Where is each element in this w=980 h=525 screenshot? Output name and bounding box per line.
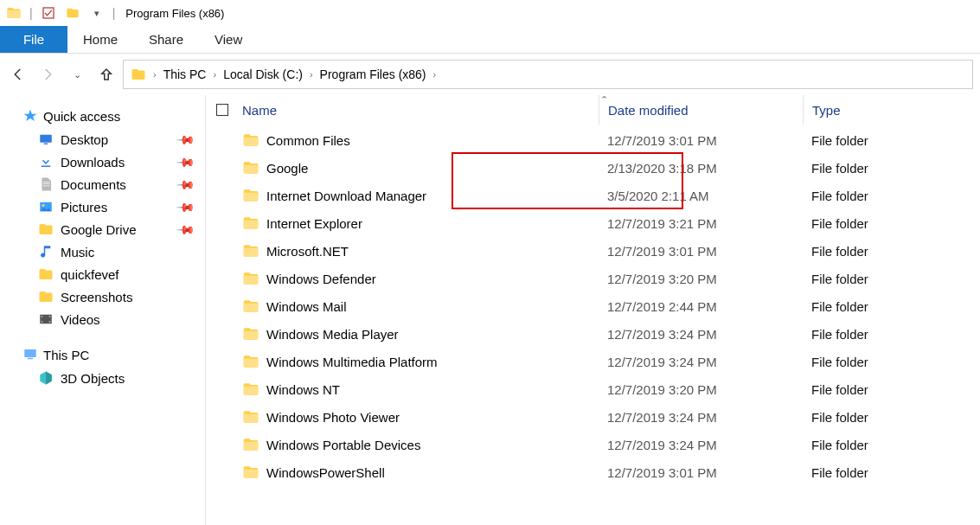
svg-rect-6 — [42, 316, 43, 317]
checkbox-icon[interactable] — [40, 4, 57, 22]
sidebar-item-screenshots[interactable]: Screenshots — [0, 285, 205, 308]
videos-icon — [38, 311, 54, 327]
pin-icon: 📌 — [176, 151, 195, 171]
folder-icon — [242, 187, 259, 204]
column-header-name[interactable]: Name — [242, 103, 599, 118]
sidebar-item-quickfevef[interactable]: quickfevef — [0, 263, 205, 285]
folder-icon — [242, 325, 259, 343]
nav-back-icon[interactable] — [10, 67, 26, 82]
table-row[interactable]: Windows Defender12/7/2019 3:20 PMFile fo… — [206, 265, 980, 292]
table-row[interactable]: Windows Photo Viewer12/7/2019 3:24 PMFil… — [206, 403, 980, 431]
file-name: Internet Download Manager — [266, 189, 426, 203]
column-header-type[interactable]: Type — [803, 95, 980, 125]
folder-icon — [242, 464, 259, 481]
file-type: File folder — [803, 438, 980, 452]
sidebar-this-pc[interactable]: This PC — [0, 343, 205, 367]
svg-rect-1 — [40, 135, 52, 143]
file-type: File folder — [803, 189, 980, 203]
nav-forward-icon — [40, 67, 55, 82]
breadcrumb[interactable]: Program Files (x86) — [320, 67, 426, 81]
tab-file[interactable]: File — [0, 26, 67, 53]
sidebar-item-downloads[interactable]: Downloads 📌 — [0, 150, 205, 173]
file-type: File folder — [803, 382, 980, 397]
file-name: Common Files — [266, 133, 350, 148]
sidebar-item-music[interactable]: Music — [0, 240, 205, 263]
file-date: 12/7/2019 3:01 PM — [599, 465, 803, 480]
sidebar-item-documents[interactable]: Documents 📌 — [0, 173, 205, 195]
pin-icon: 📌 — [176, 129, 195, 149]
svg-rect-10 — [24, 349, 36, 357]
table-row[interactable]: Windows Media Player12/7/2019 3:24 PMFil… — [206, 320, 980, 348]
table-row[interactable]: WindowsPowerShell12/7/2019 3:01 PMFile f… — [206, 458, 980, 486]
folder-icon — [38, 266, 54, 282]
file-date: 12/7/2019 3:24 PM — [599, 410, 803, 425]
table-row[interactable]: Google2/13/2020 3:18 PMFile folder — [206, 154, 980, 182]
column-header-date[interactable]: Date modified — [599, 95, 803, 125]
table-row[interactable]: Common Files12/7/2019 3:01 PMFile folder — [206, 126, 980, 154]
select-all-checkbox[interactable] — [216, 104, 228, 116]
file-date: 2/13/2020 3:18 PM — [599, 161, 803, 176]
svg-point-4 — [42, 204, 45, 207]
sidebar-item-pictures[interactable]: Pictures 📌 — [0, 195, 205, 218]
documents-icon — [38, 176, 54, 192]
folder-icon — [242, 353, 259, 370]
file-date: 12/7/2019 3:20 PM — [599, 382, 803, 397]
file-date: 12/7/2019 3:01 PM — [599, 244, 803, 259]
file-type: File folder — [803, 216, 980, 231]
file-name: Windows Portable Devices — [266, 438, 420, 452]
star-icon — [22, 108, 38, 124]
file-type: File folder — [803, 161, 980, 176]
pin-icon: 📌 — [176, 174, 195, 194]
folder-icon — [242, 436, 259, 453]
address-bar[interactable]: › This PC › Local Disk (C:) › Program Fi… — [123, 60, 973, 89]
chevron-right-icon[interactable]: › — [308, 69, 315, 80]
tab-view[interactable]: View — [199, 26, 258, 53]
tab-share[interactable]: Share — [133, 26, 199, 53]
chevron-right-icon[interactable]: › — [432, 69, 439, 80]
table-row[interactable]: Windows Portable Devices12/7/2019 3:24 P… — [206, 431, 980, 458]
nav-up-icon[interactable] — [99, 67, 114, 82]
breadcrumb[interactable]: This PC — [163, 67, 207, 81]
tab-home[interactable]: Home — [67, 26, 133, 53]
chevron-right-icon[interactable]: › — [211, 69, 218, 80]
folder-small-icon[interactable] — [64, 4, 81, 22]
nav-recent-dropdown-icon[interactable]: ⌄ — [69, 69, 85, 80]
qat-dropdown-icon[interactable]: ▾ — [88, 4, 106, 22]
table-row[interactable]: Windows NT12/7/2019 3:20 PMFile folder — [206, 375, 980, 403]
desktop-icon — [38, 131, 54, 147]
cube-icon — [38, 370, 54, 386]
chevron-right-icon[interactable]: › — [151, 69, 158, 80]
pin-icon: 📌 — [176, 219, 195, 239]
sidebar-item-3d-objects[interactable]: 3D Objects — [0, 367, 205, 389]
table-row[interactable]: Windows Multimedia Platform12/7/2019 3:2… — [206, 348, 980, 375]
file-type: File folder — [803, 465, 980, 480]
ribbon: File Home Share View — [0, 26, 980, 54]
sidebar-item-desktop[interactable]: Desktop 📌 — [0, 128, 205, 150]
sidebar-item-label: Screenshots — [61, 290, 132, 304]
sidebar-item-label: Videos — [61, 312, 100, 327]
file-date: 3/5/2020 2:11 AM — [599, 189, 803, 203]
folder-icon — [38, 289, 54, 304]
folder-icon — [5, 4, 22, 22]
sidebar-quick-access[interactable]: Quick access — [0, 104, 205, 128]
file-type: File folder — [803, 133, 980, 148]
folder-icon — [242, 298, 259, 315]
table-row[interactable]: Windows Mail12/7/2019 2:44 PMFile folder — [206, 292, 980, 320]
svg-rect-7 — [42, 321, 43, 323]
sidebar-item-videos[interactable]: Videos — [0, 308, 205, 330]
pin-icon: 📌 — [176, 196, 195, 216]
folder-icon — [38, 221, 54, 237]
file-date: 12/7/2019 3:24 PM — [599, 438, 803, 452]
sidebar-item-google-drive[interactable]: Google Drive 📌 — [0, 218, 205, 240]
sidebar-item-label: Documents — [61, 177, 126, 192]
table-row[interactable]: Microsoft.NET12/7/2019 3:01 PMFile folde… — [206, 237, 980, 265]
file-date: 12/7/2019 3:24 PM — [599, 355, 803, 369]
file-type: File folder — [803, 272, 980, 286]
titlebar: | ▾ | Program Files (x86) — [0, 0, 980, 26]
table-row[interactable]: Internet Explorer12/7/2019 3:21 PMFile f… — [206, 209, 980, 237]
sidebar-item-label: Music — [61, 245, 94, 259]
file-type: File folder — [803, 299, 980, 314]
table-row[interactable]: Internet Download Manager3/5/2020 2:11 A… — [206, 182, 980, 209]
breadcrumb[interactable]: Local Disk (C:) — [223, 67, 303, 81]
column-headers: Name Date modified Type — [206, 95, 980, 125]
